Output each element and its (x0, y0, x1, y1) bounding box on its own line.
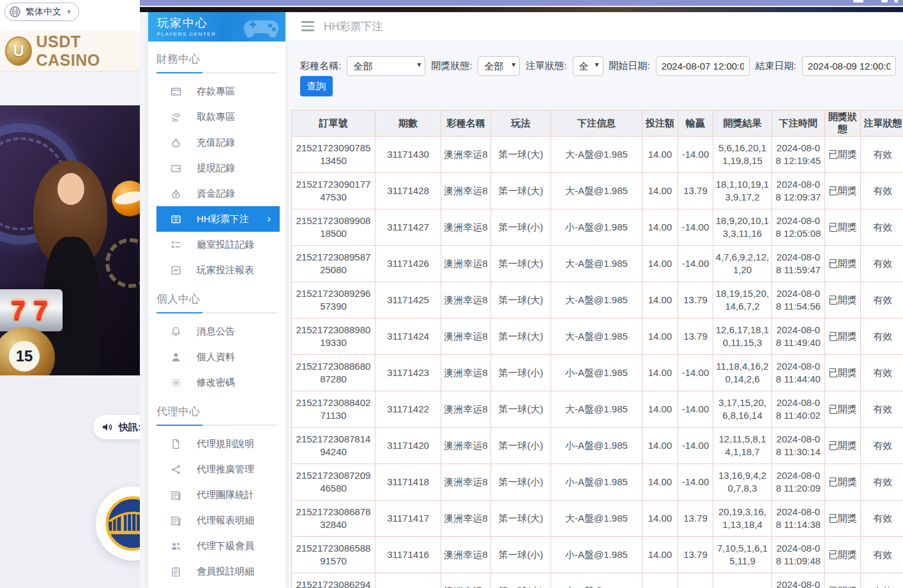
cell-draw-status: 已開獎 (825, 501, 861, 537)
cell-order-no: 2152172308840271130 (292, 391, 376, 428)
cell-draw-result: 12,11,5,8,14,1,18,7 (713, 428, 772, 464)
cell-win-loss: -14.00 (678, 137, 713, 173)
cell-bet-amount: 14.00 (642, 209, 678, 246)
cell-bet-amount: 14.00 (642, 573, 678, 588)
sidebar-item-label: 代理報表明細 (197, 515, 254, 527)
cell-bet-amount: 14.00 (642, 173, 678, 209)
end-date-input[interactable] (802, 56, 896, 76)
draw-status-select[interactable]: 全部 (478, 56, 520, 76)
sidebar-section-title: 代理中心 (148, 395, 285, 425)
column-header-bet-amount: 投注額 (642, 110, 678, 137)
cell-lottery-name: 澳洲幸运8 (441, 282, 491, 319)
order-status-label: 注單狀態: (526, 60, 566, 72)
sidebar-item-agent-sub-members[interactable]: 代理下級會員 (148, 533, 285, 559)
speaker-icon (102, 421, 113, 433)
sidebar-item-personal-profile[interactable]: 個人資料 (148, 344, 285, 370)
cell-bet-time: 2024-08-08 11:20:09 (772, 464, 825, 501)
order-status-select[interactable]: 全部 (573, 56, 603, 76)
table-row: 215217230889801933031171424澳洲幸运8第一球(大)大-… (292, 319, 903, 355)
language-selector[interactable]: 繁体中文 ▼ (4, 3, 79, 21)
chevron-right-icon: › (267, 213, 271, 225)
table-row: 215217230901774753031171428澳洲幸运8第一球(大)大-… (292, 173, 903, 209)
sidebar-item-change-password[interactable]: 修改密碼 (148, 370, 285, 395)
sidebar-item-agent-promotion[interactable]: 代理推廣管理 (148, 456, 285, 482)
cell-bet-info: 小-A盤@1.985 (551, 428, 642, 464)
table-row: 215217230878149424031171420澳洲幸运8第一球(小)小-… (292, 428, 903, 464)
sidebar-item-player-bet-report[interactable]: 玩家投注報表 (148, 257, 285, 283)
cell-draw-status: 已開獎 (825, 282, 861, 319)
cell-draw-result: 20,19,3,16,1,13,18,4 (713, 501, 772, 537)
sidebar-item-hh-lottery-bets[interactable]: HH彩票下注› (156, 206, 280, 232)
sidebar-item-news-announcement[interactable]: 消息公告 (148, 319, 285, 344)
sidebar-item-label: 提現記錄 (197, 162, 235, 174)
cell-order-status: 有效 (861, 355, 903, 391)
sidebar-item-deposit-area[interactable]: 存款專區 (148, 79, 285, 104)
table-row: 215217230865889157031171416澳洲幸运8第一球(小)小-… (292, 537, 903, 573)
sidebar-item-agent-report-detail[interactable]: 代理報表明細 (148, 508, 285, 533)
brand-logo[interactable]: U USDT CASINO (0, 31, 140, 72)
user-icon (171, 352, 181, 363)
sidebar-item-label: 代理推廣管理 (197, 464, 254, 476)
sidebar-item-member-bet-detail[interactable]: 會員投註明細 (148, 559, 285, 584)
cell-lottery-name: 澳洲幸运8 (441, 173, 491, 209)
start-date-input[interactable] (656, 56, 750, 76)
cell-play-type: 第一球(大) (491, 137, 551, 173)
sidebar-item-recharge-record[interactable]: 充值記錄 (148, 130, 285, 155)
cell-period: 31171420 (376, 428, 441, 464)
sidebar-item-label: 消息公告 (197, 326, 235, 338)
cell-period: 31171426 (376, 246, 441, 282)
cell-win-loss: 13.79 (678, 501, 713, 537)
cell-play-type: 第一球(大) (491, 501, 551, 537)
cell-win-loss: 13.79 (678, 173, 713, 209)
globe-icon (9, 6, 21, 18)
cell-bet-time: 2024-08-08 12:09:37 (772, 173, 825, 209)
cell-bet-info: 小-A盤@1.985 (551, 355, 642, 391)
sidebar-section-title: 個人中心 (148, 283, 285, 312)
news-ticker-label: 快訊: (119, 421, 140, 433)
column-header-bet-time: 下注時間 (772, 110, 825, 137)
share-icon (171, 464, 181, 475)
sidebar-item-agent-rules[interactable]: 代理規則說明 (148, 431, 285, 456)
cell-draw-status: 已開獎 (825, 246, 861, 282)
cell-draw-status: 已開獎 (825, 319, 861, 355)
cell-draw-status: 已開獎 (825, 355, 861, 391)
sidebar-item-cashout-record[interactable]: 提現記錄 (148, 155, 285, 181)
cell-win-loss: 13.79 (678, 319, 713, 355)
cell-bet-info: 大-A盤@1.985 (551, 391, 642, 428)
cell-win-loss: 13.79 (678, 282, 713, 319)
cell-bet-amount: 14.00 (642, 319, 678, 355)
sidebar-item-member-trade-detail[interactable]: 會員交易明細 (148, 584, 285, 588)
sidebar-item-withdraw-area[interactable]: 取款專區 (148, 104, 285, 130)
cell-draw-status: 已開獎 (825, 209, 861, 246)
topbar-icon-fragment (894, 0, 898, 3)
cell-play-type: 第一球(大) (491, 173, 551, 209)
cell-period: 31171416 (376, 537, 441, 573)
cell-play-type: 第一球(小) (491, 537, 551, 573)
cell-draw-result: 4,7,6,9,2,12,1,20 (713, 246, 772, 282)
sidebar-item-label: 玩家投注報表 (197, 264, 254, 276)
brand-name: USDT CASINO (36, 33, 140, 70)
cell-bet-info: 大-A盤@1.985 (551, 501, 642, 537)
table-row: 21521723086294131171415澳洲幸运8第一球(大)大-A盤@1… (292, 573, 903, 588)
cell-order-status: 有效 (861, 573, 903, 588)
sidebar-item-label: 充值記錄 (197, 137, 235, 149)
player-center-sidebar: 玩家中心 PLAYERS CENTER 財務中心存款專區取款專區充值記錄提現記錄… (148, 11, 285, 588)
sidebar-item-hall-bet-record[interactable]: 廳室投註記錄 (148, 232, 285, 257)
sidebar-item-agent-team-stats[interactable]: 代理團隊統計 (148, 482, 285, 508)
cell-win-loss: -14.00 (678, 464, 713, 501)
query-button[interactable]: 查詢 (300, 76, 333, 96)
cell-bet-amount: 14.00 (642, 246, 678, 282)
cell-play-type: 第一球(小) (491, 428, 551, 464)
hamburger-menu-icon[interactable] (301, 21, 314, 31)
cell-draw-result: 13,16,9,4,20,7,8,3 (713, 464, 772, 501)
cell-play-type: 第一球(大) (491, 573, 551, 588)
cell-order-no: 2152172308781494240 (292, 428, 376, 464)
hall-icon (171, 239, 181, 250)
cell-play-type: 第一球(小) (491, 209, 551, 246)
sidebar-item-funds-record[interactable]: 資金記錄 (148, 181, 285, 206)
cell-bet-time: 2024-08-08 12:19:45 (772, 137, 825, 173)
cell-win-loss: -14.00 (678, 391, 713, 428)
cell-bet-time: 2024-08-08 (772, 573, 825, 588)
lottery-type-select[interactable]: 全部 (347, 56, 425, 76)
cell-play-type: 第一球(小) (491, 464, 551, 501)
